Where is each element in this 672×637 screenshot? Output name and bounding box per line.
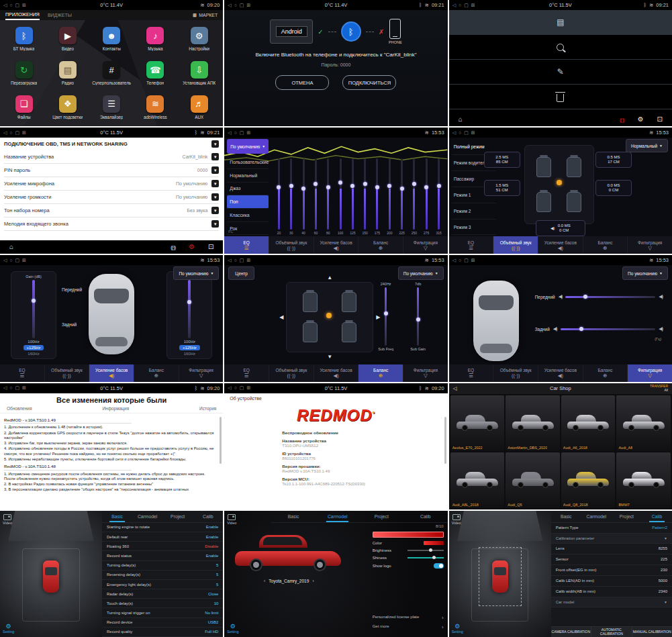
seat-front-left[interactable] bbox=[303, 292, 318, 312]
setting-row-mic-gain[interactable]: Усиление микрофонаПо умолчанию▼ bbox=[4, 177, 219, 191]
eq-slider-knob[interactable] bbox=[277, 185, 281, 189]
calibration-parameter-section[interactable]: Calibration parameter▼ bbox=[551, 534, 672, 544]
car-model-item[interactable]: Audi_A6_2018 bbox=[561, 395, 616, 451]
show-logo-row[interactable]: Show logo bbox=[373, 563, 444, 569]
screensaver-icon[interactable]: ⊡ bbox=[208, 244, 213, 250]
app-aux[interactable]: ♬AUX bbox=[178, 91, 220, 124]
tab-bass-boost[interactable]: Усиление басов◀) bbox=[314, 236, 358, 254]
eq-slider-track[interactable] bbox=[426, 158, 428, 230]
preset-normal[interactable]: Нормальный bbox=[227, 169, 269, 183]
setting-row[interactable]: Radar delay(s)Close bbox=[102, 589, 223, 599]
listening-position-dot[interactable] bbox=[557, 180, 562, 185]
lens-row[interactable]: Lens8255 bbox=[551, 544, 672, 554]
eq-slider-knob[interactable] bbox=[424, 185, 428, 189]
tab-carmodel[interactable]: Carmodel bbox=[316, 511, 360, 522]
eq-slider-knob[interactable] bbox=[314, 182, 318, 186]
preset-dropdown[interactable]: Нормальный▼ bbox=[626, 139, 668, 152]
shiness-row[interactable]: Shiness bbox=[373, 556, 444, 560]
app-video[interactable]: ▶Видео bbox=[46, 23, 89, 56]
setting-row-device-name[interactable]: Название устройстваCarKit_blink▼ bbox=[4, 150, 219, 164]
setting-button[interactable]: ⚙Setting bbox=[452, 624, 463, 634]
seat-front-right[interactable] bbox=[342, 292, 356, 312]
preset-rock[interactable]: Рок bbox=[227, 222, 269, 236]
tab-balance[interactable]: Баланс⊕ bbox=[583, 364, 628, 382]
setting-row[interactable]: Record deviceUSB2 bbox=[102, 618, 223, 628]
dropdown-icon[interactable]: ▼ bbox=[211, 220, 219, 228]
front-filter-track[interactable] bbox=[565, 296, 655, 298]
tab-bass-boost[interactable]: Усиление басов◀) bbox=[89, 364, 134, 382]
seat-rear-left[interactable] bbox=[536, 192, 551, 212]
tab-eq[interactable]: EQ☰ bbox=[449, 236, 493, 254]
eq-slider-track[interactable] bbox=[327, 158, 329, 230]
eq-default-dropdown[interactable]: По умолчанию▼ bbox=[227, 139, 269, 154]
home-icon[interactable]: ⌂ bbox=[459, 116, 463, 123]
tab-filter[interactable]: Фильтрация▽ bbox=[403, 236, 448, 254]
scrollbar[interactable] bbox=[220, 417, 222, 464]
slider-knob[interactable] bbox=[384, 311, 388, 315]
next-model-icon[interactable]: › bbox=[312, 578, 314, 584]
dropdown-icon[interactable]: ▼ bbox=[211, 153, 219, 160]
brightness-slider[interactable] bbox=[407, 550, 444, 551]
setting-row[interactable]: Default rearEnable bbox=[102, 532, 223, 542]
eq-slider-knob[interactable] bbox=[437, 184, 441, 188]
eq-band[interactable]: 80 bbox=[322, 158, 334, 235]
default-button[interactable]: По умолчанию▼ bbox=[173, 266, 219, 280]
mode-3[interactable]: Режим 3 bbox=[452, 219, 496, 236]
tab-applications[interactable]: ПРИЛОЖЕНИЯ bbox=[5, 10, 40, 20]
setting-row-ringtone[interactable]: Мелодия входящего звонка▼ bbox=[4, 217, 219, 231]
car-model-item[interactable]: Aeolus_E70_2022 bbox=[450, 395, 505, 451]
eq-band[interactable]: 225 bbox=[395, 158, 407, 235]
setting-row[interactable]: Record statusEnable bbox=[102, 551, 223, 560]
tab-filter[interactable]: Фильтрация▽ bbox=[179, 364, 224, 382]
pattern-type-row[interactable]: Pattern TypePattern2 bbox=[551, 523, 672, 534]
setting-button[interactable]: ⚙Setting bbox=[3, 624, 14, 634]
tab-calib[interactable]: Calib bbox=[403, 511, 448, 522]
video-tab[interactable]: Video bbox=[452, 514, 461, 525]
eq-slider-knob[interactable] bbox=[326, 185, 330, 189]
eq-slider-knob[interactable] bbox=[289, 184, 293, 188]
setting-row[interactable]: Floating 360Disable bbox=[102, 542, 223, 551]
eq-slider-track[interactable] bbox=[438, 158, 440, 230]
front-filter-knob[interactable] bbox=[583, 295, 587, 299]
tab-bass-boost[interactable]: Усиление басов◀) bbox=[314, 364, 358, 382]
setting-button[interactable]: ⚙Setting bbox=[227, 624, 238, 634]
app-reboot[interactable]: ↻Перезагрузка bbox=[3, 57, 45, 90]
tab-surround-sound[interactable]: Объёмный звук((·)) bbox=[493, 236, 538, 254]
eq-slider-track[interactable] bbox=[376, 158, 378, 230]
video-tab[interactable]: Video bbox=[3, 514, 12, 525]
setting-row[interactable]: Turning delay(s)5 bbox=[102, 561, 223, 571]
center-button[interactable]: Центр bbox=[228, 266, 254, 280]
eq-band[interactable]: 40 bbox=[297, 158, 309, 235]
up-arrow-icon[interactable]: ▲ bbox=[327, 275, 332, 281]
tab-filter[interactable]: Фильтрация▽ bbox=[627, 236, 672, 254]
tab-widgets[interactable]: ВИДЖЕТЫ bbox=[48, 13, 72, 17]
eq-slider-track[interactable] bbox=[303, 158, 305, 230]
calib-len-row[interactable]: Calib LEN(AD in mm)5000 bbox=[551, 576, 672, 587]
setting-row-dial-tone[interactable]: Тон набора номераБез звука▼ bbox=[4, 204, 219, 217]
eq-slider-knob[interactable] bbox=[350, 184, 354, 188]
right-arrow-icon[interactable]: ▶ bbox=[376, 314, 380, 320]
car-model-item[interactable]: Audi_A8 bbox=[616, 395, 671, 451]
app-backlight-color[interactable]: ❖Цвет подсветки bbox=[46, 91, 89, 124]
show-logo-toggle[interactable] bbox=[434, 563, 444, 569]
eq-band[interactable]: 100 bbox=[334, 158, 346, 235]
mode-2[interactable]: Режим 2 bbox=[452, 203, 496, 219]
balance-seat-map[interactable]: ▲ ▼ ◀ ▶ bbox=[286, 282, 373, 352]
tab-surround-sound[interactable]: Объёмный звук((·)) bbox=[269, 236, 314, 254]
tab-balance[interactable]: Баланс⊕ bbox=[583, 236, 628, 254]
camera-calibration-button[interactable]: CAMERA CALIBRATION bbox=[551, 627, 591, 637]
brightness-knob[interactable] bbox=[429, 548, 432, 552]
eq-band[interactable]: 20 bbox=[273, 158, 285, 235]
default-button[interactable]: По умолчанию▼ bbox=[622, 266, 668, 280]
tab-balance[interactable]: Баланс⊕ bbox=[358, 236, 403, 254]
seat-rear-right[interactable] bbox=[567, 192, 581, 212]
eq-slider-track[interactable] bbox=[290, 158, 292, 230]
automatic-calibration-button[interactable]: AUTOMATIC CALIBRATION bbox=[591, 627, 631, 637]
video-tab[interactable]: Video bbox=[227, 514, 236, 525]
car-model-item[interactable]: Audi_A8L_2018 bbox=[450, 452, 505, 508]
app-files[interactable]: ❏Файлы bbox=[3, 91, 45, 124]
screensaver-icon[interactable]: ⊡ bbox=[657, 116, 663, 123]
sidebar-item-search[interactable] bbox=[449, 35, 672, 60]
eq-slider-track[interactable] bbox=[364, 158, 366, 230]
color-picker-bar[interactable] bbox=[373, 532, 444, 538]
